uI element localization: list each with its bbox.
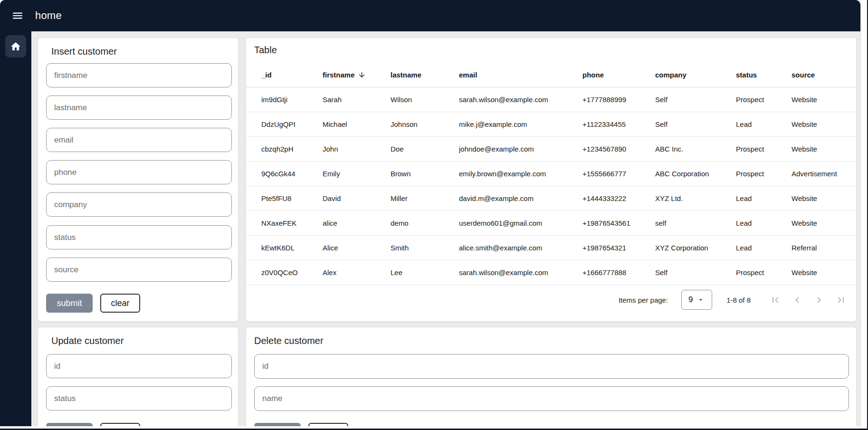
column-header-email[interactable]: email xyxy=(459,71,582,79)
table-cell: cbzqh2pH xyxy=(261,145,323,153)
chevron-right-icon xyxy=(813,294,825,306)
page-size-value: 9 xyxy=(688,295,693,305)
update-submit-button[interactable]: submit xyxy=(46,423,93,426)
table-cell: johndoe@example.com xyxy=(459,145,582,153)
page-size-select[interactable]: 9 xyxy=(681,290,712,310)
source-input[interactable] xyxy=(46,258,232,282)
column-header-source[interactable]: source xyxy=(792,71,847,79)
vertical-scrollbar[interactable] xyxy=(860,0,867,429)
table-cell: Self xyxy=(655,120,736,128)
delete-customer-card: Delete customer submit clear xyxy=(246,327,857,426)
firstname-input[interactable] xyxy=(46,63,232,87)
first-page-icon xyxy=(770,294,781,306)
first-page-button[interactable] xyxy=(770,294,781,306)
table-cell: z0V0QCeO xyxy=(261,268,323,277)
table-cell: sarah.wilson@example.com xyxy=(459,96,582,104)
last-page-button[interactable] xyxy=(835,294,847,306)
hamburger-icon xyxy=(11,10,24,22)
table-cell: Alice xyxy=(323,244,391,252)
column-header-label: source xyxy=(792,71,815,79)
column-header-label: company xyxy=(655,71,687,79)
table-cell: ABC Corporation xyxy=(655,170,736,178)
table-cell: XYZ Corporation xyxy=(655,244,736,252)
table-cell: Prospect xyxy=(736,145,792,153)
column-header-lastname[interactable]: lastname xyxy=(391,71,459,79)
table-cell: alice xyxy=(323,219,391,227)
sidebar-item-home[interactable] xyxy=(5,35,26,57)
table-cell: userdemo601@gmail.com xyxy=(459,219,582,227)
paginator-nav xyxy=(770,294,847,306)
horizontal-scrollbar[interactable] xyxy=(0,426,860,430)
table-cell: DdzUgQPI xyxy=(261,120,323,128)
insert-clear-button[interactable]: clear xyxy=(100,294,140,313)
delete-id-input[interactable] xyxy=(254,354,849,379)
table-cell: alice.smith@example.com xyxy=(459,244,582,252)
table-body: im9dGtjiSarahWilsonsarah.wilson@example.… xyxy=(246,87,856,285)
table-cell: Website xyxy=(792,268,847,277)
items-per-page-label: Items per page: xyxy=(619,296,668,304)
table-cell: Brown xyxy=(391,170,459,178)
table-cell: ABC Inc. xyxy=(655,145,736,153)
chevron-left-icon xyxy=(792,294,803,306)
delete-buttons: submit clear xyxy=(254,423,348,426)
table-card-title: Table xyxy=(254,45,277,56)
table-cell: 9Q6cGk44 xyxy=(261,170,323,178)
company-input[interactable] xyxy=(46,192,232,217)
insert-submit-button[interactable]: submit xyxy=(46,294,93,313)
range-label: 1-8 of 8 xyxy=(726,296,751,304)
delete-card-title: Delete customer xyxy=(254,335,324,346)
column-header-firstname[interactable]: firstname xyxy=(323,71,391,79)
email-input[interactable] xyxy=(46,128,232,152)
update-card-title: Update customer xyxy=(51,335,124,346)
update-id-input[interactable] xyxy=(46,354,232,378)
table-cell: Advertisement xyxy=(792,170,847,178)
column-header-label: lastname xyxy=(391,71,421,79)
table-cell: Doe xyxy=(391,145,459,153)
table-cell: self xyxy=(655,219,736,227)
paginator: Items per page: 9 1-8 of 8 xyxy=(246,285,856,315)
table-row: im9dGtjiSarahWilsonsarah.wilson@example.… xyxy=(246,87,856,112)
topbar: home xyxy=(0,0,860,31)
table-cell: Website xyxy=(792,120,847,128)
lastname-input[interactable] xyxy=(46,96,232,120)
table-cell: Alex xyxy=(323,268,391,277)
update-clear-button[interactable]: clear xyxy=(100,423,140,426)
status-input[interactable] xyxy=(46,225,232,249)
table-cell: Prospect xyxy=(736,170,792,178)
table-cell: Lead xyxy=(736,219,792,227)
chevron-down-icon xyxy=(696,296,705,304)
table-cell: Referral xyxy=(792,244,847,252)
column-header-company[interactable]: company xyxy=(655,71,736,79)
delete-submit-button[interactable]: submit xyxy=(254,423,301,426)
insert-buttons: submit clear xyxy=(46,294,140,313)
table-cell: sarah.wilson@example.com xyxy=(459,268,582,277)
table-cell: Prospect xyxy=(736,268,792,277)
delete-name-input[interactable] xyxy=(254,386,849,411)
table-cell: Self xyxy=(655,96,736,104)
update-status-input[interactable] xyxy=(46,386,232,411)
table-cell: XYZ Ltd. xyxy=(655,194,736,202)
table-cell: John xyxy=(323,145,391,153)
table-cell: Website xyxy=(792,145,847,153)
next-page-button[interactable] xyxy=(813,294,825,306)
column-header-phone[interactable]: phone xyxy=(582,71,655,79)
delete-clear-button[interactable]: clear xyxy=(308,423,348,426)
table-cell: Lee xyxy=(391,268,459,277)
menu-icon[interactable] xyxy=(10,9,25,23)
table-row: Pte5fFU8DavidMillerdavid.m@example.com+1… xyxy=(246,186,856,211)
previous-page-button[interactable] xyxy=(792,294,803,306)
table-cell: +19876543561 xyxy=(582,219,655,227)
table-cell: Michael xyxy=(323,120,391,128)
column-header-status[interactable]: status xyxy=(736,71,792,79)
table-cell: Wilson xyxy=(391,96,459,104)
table-cell: +1555666777 xyxy=(582,170,655,178)
phone-input[interactable] xyxy=(46,160,232,184)
column-header-label: firstname xyxy=(323,71,355,79)
table-cell: mike.j@example.com xyxy=(459,120,582,128)
table-cell: Lead xyxy=(736,244,792,252)
table-cell: Self xyxy=(655,268,736,277)
column-header-id[interactable]: _id xyxy=(261,71,323,79)
page-title: home xyxy=(35,10,62,22)
table-cell: +1122334455 xyxy=(582,120,655,128)
table-cell: David xyxy=(323,194,391,202)
